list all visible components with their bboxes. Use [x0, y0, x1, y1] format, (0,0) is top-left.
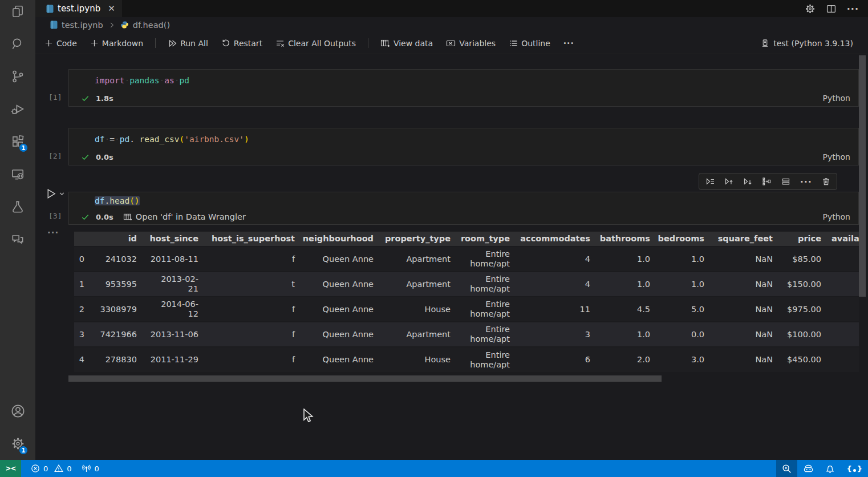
execute-cell-above-icon[interactable]: [724, 177, 733, 186]
cell-language[interactable]: Python: [822, 94, 850, 103]
table-cell: NaN: [710, 322, 778, 347]
account-icon[interactable]: [0, 395, 35, 427]
search-icon[interactable]: [0, 27, 35, 60]
table-cell: Apartment: [379, 272, 456, 297]
table-cell: 3: [74, 322, 90, 347]
view-data-button[interactable]: View data: [380, 39, 433, 48]
status-bar: >< 0 0 0 {}: [0, 460, 868, 477]
remote-indicator[interactable]: ><: [0, 460, 21, 477]
ports-indicator[interactable]: 0: [82, 464, 99, 473]
execute-cell-below-icon[interactable]: [743, 177, 752, 186]
language-status-item[interactable]: {}: [841, 460, 868, 477]
view-data-label: View data: [394, 39, 433, 48]
copilot-icon: [803, 464, 814, 474]
table-cell: Apartment: [379, 322, 456, 347]
cell-more-icon[interactable]: ···: [800, 176, 812, 187]
tab-test-ipynb[interactable]: test.ipynb ✕: [35, 0, 122, 17]
table-cell: $150.00: [778, 272, 827, 297]
table-cell: Queen Anne: [301, 322, 379, 347]
run-all-button[interactable]: Run All: [168, 39, 208, 48]
clear-all-outputs-button[interactable]: Clear All Outputs: [275, 39, 356, 48]
data-wrangler-label: Open 'df' in Data Wrangler: [136, 212, 246, 221]
horizontal-scrollbar[interactable]: [68, 375, 662, 382]
toolbar-gear-icon[interactable]: [805, 3, 816, 14]
table-row: 374219662013-11-06fQueen AnneApartmentEn…: [74, 322, 859, 347]
code-line[interactable]: import·pandas·as·pd: [69, 70, 858, 85]
column-header: [74, 232, 90, 246]
run-debug-icon[interactable]: [0, 92, 35, 125]
breadcrumb-file[interactable]: test.ipynb: [62, 21, 103, 30]
notebook-icon: [46, 5, 54, 13]
braces-icon: }: [857, 464, 862, 473]
extensions-badge: 1: [19, 143, 28, 152]
table-cell: $450.00: [778, 347, 827, 372]
cell-toolbar: ···: [699, 173, 837, 190]
code-cell-1[interactable]: import·pandas·as·pd [1] 1.8s Python: [68, 69, 859, 107]
cell-language[interactable]: Python: [822, 212, 850, 221]
source-control-icon[interactable]: [0, 60, 35, 92]
status-bar-right: {}: [776, 460, 868, 477]
column-header: price: [778, 232, 827, 246]
table-cell: 4.5: [596, 297, 656, 322]
copilot-status-item[interactable]: [797, 460, 820, 477]
problems-indicator[interactable]: 0 0: [31, 464, 72, 473]
kernel-picker[interactable]: test (Python 3.9.13): [761, 39, 853, 48]
join-cell-icon[interactable]: [762, 177, 771, 186]
outline-icon: [509, 39, 518, 48]
explorer-icon[interactable]: [0, 0, 35, 27]
kernel-icon: [761, 39, 769, 48]
table-cell: NaN: [710, 347, 778, 372]
kernel-label: test (Python 3.9.13): [773, 39, 853, 48]
code-cell-3[interactable]: df.head() [3] 0.0s Open 'df' in Data Wra…: [68, 192, 859, 225]
notifications-bell-icon[interactable]: [820, 460, 841, 477]
code-cell-2[interactable]: df·=·pd. read_csv('airbnb.csv') [2] 0.0s…: [68, 128, 859, 165]
add-code-label: Code: [56, 39, 77, 48]
mouse-cursor: [303, 409, 314, 423]
cell-language[interactable]: Python: [822, 152, 850, 161]
toolbar-more-icon[interactable]: ···: [563, 39, 574, 48]
table-cell: NaN: [710, 272, 778, 297]
testing-icon[interactable]: [0, 190, 35, 223]
restart-button[interactable]: Restart: [221, 39, 262, 48]
notebook-icon: [50, 21, 58, 29]
remote-explorer-icon[interactable]: [0, 157, 35, 190]
output-more-icon[interactable]: ···: [47, 228, 59, 238]
tab-close-icon[interactable]: ✕: [108, 3, 115, 14]
execute-above-icon[interactable]: [705, 177, 715, 186]
table-cell: Apartment: [379, 246, 456, 272]
split-cell-icon[interactable]: [781, 177, 790, 186]
table-cell: Queen Anne: [301, 246, 379, 272]
split-editor-icon[interactable]: [826, 4, 836, 14]
column-header: accommodates: [516, 232, 596, 246]
add-code-button[interactable]: Code: [44, 39, 77, 48]
run-cell-button[interactable]: [45, 188, 65, 200]
breadcrumb-symbol[interactable]: df.head(): [133, 21, 170, 30]
table-cell: 1.0: [656, 246, 710, 272]
table-cell: Queen Anne: [301, 347, 379, 372]
delete-cell-icon[interactable]: [822, 177, 830, 186]
settings-gear-icon[interactable]: 1: [0, 427, 35, 460]
table-cell: 6: [516, 347, 596, 372]
add-markdown-button[interactable]: Markdown: [90, 39, 143, 48]
variables-button[interactable]: Variables: [446, 39, 496, 48]
table-cell: Entire home/apt: [456, 297, 516, 322]
table-cell: 0.0: [656, 322, 710, 347]
variables-label: Variables: [459, 39, 496, 48]
chevron-down-icon[interactable]: [59, 191, 65, 197]
extensions-icon[interactable]: 1: [0, 125, 35, 157]
code-line[interactable]: df.head(): [69, 192, 858, 205]
plus-icon: [44, 39, 53, 47]
python-icon: [120, 21, 129, 29]
code-line[interactable]: df·=·pd. read_csv('airbnb.csv'): [69, 128, 858, 144]
editor-more-icon[interactable]: ···: [847, 3, 859, 14]
add-markdown-label: Markdown: [102, 39, 143, 48]
table-cell: Entire home/apt: [456, 347, 516, 372]
data-wrangler-link[interactable]: Open 'df' in Data Wrangler: [123, 212, 246, 221]
table-header-row: idhost_sincehost_is_superhostneighbourho…: [74, 232, 859, 246]
zoom-status-item[interactable]: [776, 460, 797, 477]
column-header: host_is_superhost: [204, 232, 301, 246]
vertical-scrollbar[interactable]: [859, 55, 866, 297]
outline-button[interactable]: Outline: [509, 39, 550, 48]
comments-icon[interactable]: [0, 223, 35, 255]
clear-outputs-icon: [275, 39, 285, 48]
